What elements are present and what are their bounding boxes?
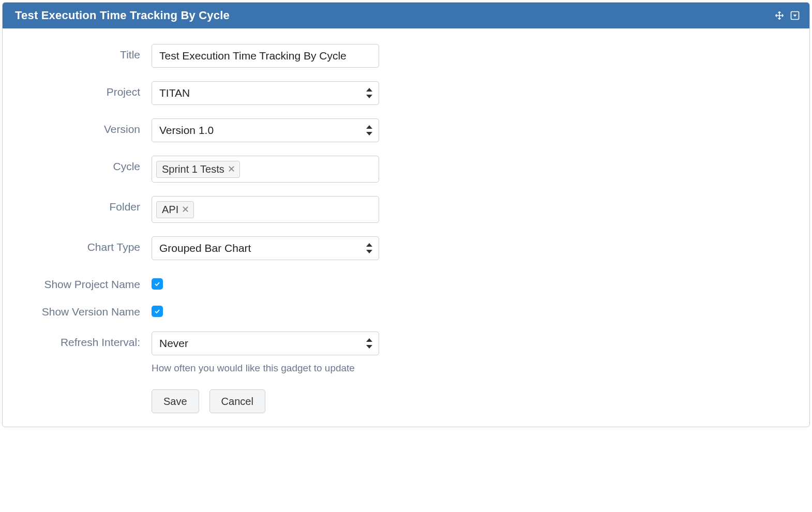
- chart-type-select-value: Grouped Bar Chart: [159, 242, 251, 254]
- row-buttons: Save Cancel: [18, 387, 794, 413]
- button-row: Save Cancel: [152, 389, 379, 413]
- show-version-name-checkbox[interactable]: [152, 306, 163, 317]
- label-refresh-interval: Refresh Interval:: [18, 332, 152, 349]
- label-folder: Folder: [18, 196, 152, 213]
- gadget-body: Title Project TITAN Version Version 1.0: [3, 28, 809, 427]
- move-icon[interactable]: [774, 10, 785, 21]
- label-chart-type: Chart Type: [18, 236, 152, 253]
- folder-tag: API ✕: [156, 201, 194, 218]
- gadget-panel: Test Execution Time Tracking By Cycle Ti…: [2, 2, 810, 427]
- label-show-project-name: Show Project Name: [18, 274, 152, 291]
- gadget-title: Test Execution Time Tracking By Cycle: [15, 9, 230, 22]
- row-cycle: Cycle Sprint 1 Tests ✕: [18, 156, 794, 183]
- select-arrows-icon: [366, 244, 372, 253]
- cycle-tag-label: Sprint 1 Tests: [162, 163, 224, 175]
- tag-remove-icon[interactable]: ✕: [182, 205, 189, 214]
- row-refresh-interval: Refresh Interval: Never How often you wo…: [18, 332, 794, 374]
- chart-type-select[interactable]: Grouped Bar Chart: [152, 236, 379, 260]
- refresh-interval-help: How often you would like this gadget to …: [152, 363, 379, 374]
- label-title: Title: [18, 44, 152, 61]
- row-version: Version Version 1.0: [18, 118, 794, 142]
- select-arrows-icon: [366, 339, 372, 348]
- refresh-interval-select[interactable]: Never: [152, 332, 379, 355]
- show-project-name-checkbox[interactable]: [152, 278, 163, 290]
- gadget-header-icons: [774, 10, 800, 21]
- select-arrows-icon: [366, 126, 372, 135]
- row-show-project-name: Show Project Name: [18, 274, 794, 291]
- tag-remove-icon[interactable]: ✕: [228, 164, 235, 174]
- row-folder: Folder API ✕: [18, 196, 794, 223]
- folder-tag-label: API: [162, 204, 178, 216]
- row-title: Title: [18, 44, 794, 68]
- row-chart-type: Chart Type Grouped Bar Chart: [18, 236, 794, 260]
- row-show-version-name: Show Version Name: [18, 301, 794, 318]
- cycle-tag: Sprint 1 Tests ✕: [156, 161, 240, 178]
- gadget-header: Test Execution Time Tracking By Cycle: [3, 3, 809, 28]
- select-arrows-icon: [366, 88, 372, 98]
- dropdown-menu-icon[interactable]: [790, 10, 800, 21]
- title-input[interactable]: [152, 44, 379, 68]
- label-version: Version: [18, 118, 152, 135]
- cancel-button[interactable]: Cancel: [209, 389, 265, 413]
- folder-tagbox[interactable]: API ✕: [152, 196, 379, 223]
- refresh-interval-select-value: Never: [159, 337, 188, 350]
- save-button[interactable]: Save: [152, 389, 199, 413]
- label-cycle: Cycle: [18, 156, 152, 173]
- project-select[interactable]: TITAN: [152, 81, 379, 105]
- cycle-tagbox[interactable]: Sprint 1 Tests ✕: [152, 156, 379, 183]
- version-select-value: Version 1.0: [159, 124, 214, 137]
- label-project: Project: [18, 81, 152, 98]
- label-show-version-name: Show Version Name: [18, 301, 152, 318]
- row-project: Project TITAN: [18, 81, 794, 105]
- version-select[interactable]: Version 1.0: [152, 118, 379, 142]
- project-select-value: TITAN: [159, 87, 190, 99]
